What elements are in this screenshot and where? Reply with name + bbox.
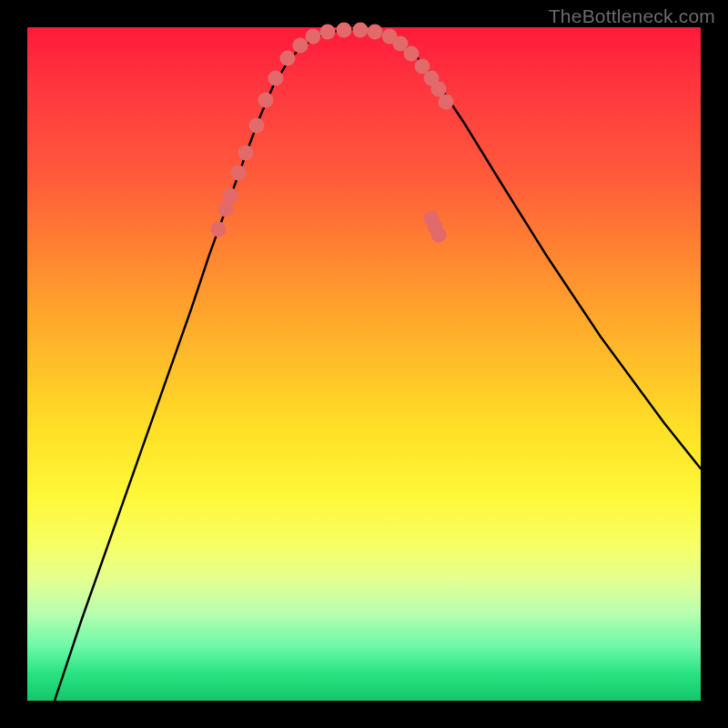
curve-dot bbox=[249, 118, 265, 134]
curve-dot bbox=[439, 95, 454, 110]
curve-dots-right bbox=[368, 25, 454, 243]
plot-area bbox=[27, 27, 701, 701]
curve-dot bbox=[218, 202, 234, 217]
curve-dot bbox=[268, 71, 284, 86]
bottleneck-curve bbox=[55, 29, 701, 701]
curve-dots-left bbox=[211, 23, 369, 238]
curve-dot bbox=[368, 25, 383, 40]
curve-dot bbox=[431, 228, 447, 243]
curve-dot bbox=[293, 38, 308, 54]
curve-dot bbox=[306, 29, 321, 45]
curve-dot bbox=[211, 222, 227, 238]
curve-dot bbox=[353, 23, 369, 38]
watermark-label: TheBottleneck.com bbox=[549, 5, 715, 27]
curve-dot bbox=[258, 93, 274, 108]
curve-dot bbox=[223, 188, 238, 204]
curve-dot bbox=[404, 46, 420, 62]
curve-dot bbox=[337, 23, 352, 38]
curve-dot bbox=[320, 25, 336, 40]
chart-stage: TheBottleneck.com bbox=[0, 0, 728, 728]
curve-dot bbox=[231, 166, 247, 181]
curve-dot bbox=[280, 51, 296, 66]
curve-layer bbox=[27, 27, 701, 701]
curve-dot bbox=[238, 146, 254, 161]
